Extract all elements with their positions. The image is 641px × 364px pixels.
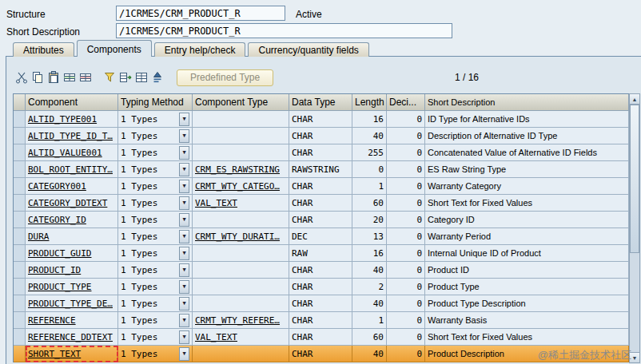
dropdown-icon[interactable]: ▼ — [179, 213, 189, 227]
row-selector[interactable] — [14, 279, 26, 295]
scrollbar-thumb[interactable] — [630, 105, 639, 253]
component-type-cell[interactable] — [193, 212, 289, 228]
dropdown-icon[interactable]: ▼ — [179, 314, 189, 327]
tab-entry-help-check[interactable]: Entry help/check — [154, 42, 246, 57]
component-cell[interactable]: BOL_ROOT_ENTITY… — [26, 161, 118, 178]
component-type-cell[interactable]: CRMT_WTY_CATEGO… — [193, 178, 289, 195]
typing-method-cell[interactable]: 1 Types▼ — [118, 245, 193, 262]
table-icon[interactable] — [133, 70, 149, 85]
row-selector[interactable] — [14, 228, 26, 245]
short-description-input[interactable] — [116, 23, 452, 38]
dropdown-icon[interactable]: ▼ — [179, 113, 189, 126]
dropdown-icon[interactable]: ▼ — [179, 330, 189, 344]
table-row[interactable]: BOL_ROOT_ENTITY…1 Types▼CRM_ES_RAWSTRING… — [14, 161, 629, 178]
row-selector[interactable] — [14, 312, 26, 329]
dropdown-icon[interactable]: ▼ — [179, 163, 189, 176]
scrollbar-track[interactable] — [630, 105, 639, 352]
typing-method-cell[interactable]: 1 Types▼ — [118, 178, 193, 195]
table-row[interactable]: PRODUCT_ID1 Types▼CHAR400Product ID — [14, 262, 629, 279]
component-name[interactable]: BOL_ROOT_ENTITY… — [28, 164, 113, 175]
row-selector[interactable] — [14, 295, 26, 312]
component-name[interactable]: REFERENCE — [28, 315, 76, 326]
typing-method-cell[interactable]: 1 Types▼ — [118, 346, 193, 362]
component-type-link[interactable]: CRMT_WTY_DURATI… — [195, 231, 280, 242]
component-cell[interactable]: SHORT_TEXT — [26, 346, 118, 362]
component-cell[interactable]: DURA — [26, 228, 118, 245]
component-name[interactable]: CATEGORY_ID — [28, 215, 86, 225]
table-expand-icon[interactable] — [117, 70, 133, 85]
component-type-cell[interactable]: CRMT_WTY_REFERE… — [193, 312, 289, 329]
paste-icon[interactable] — [46, 70, 61, 85]
row-selector[interactable] — [14, 212, 26, 228]
component-type-cell[interactable] — [193, 346, 289, 362]
scroll-up-icon[interactable]: ▲ — [630, 94, 639, 105]
dropdown-icon[interactable]: ▼ — [179, 247, 189, 260]
row-selector[interactable] — [14, 144, 26, 161]
table-row[interactable]: REFERENCE_DDTEXT1 Types▼VAL_TEXTCHAR600S… — [14, 329, 629, 346]
typing-method-cell[interactable]: 1 Types▼ — [118, 295, 193, 312]
row-selector[interactable] — [14, 161, 26, 178]
component-cell[interactable]: PRODUCT_ID — [26, 262, 118, 279]
component-name[interactable]: CATEGORY_DDTEXT — [28, 198, 107, 208]
component-cell[interactable]: REFERENCE_DDTEXT — [26, 329, 118, 346]
component-type-cell[interactable]: CRMT_WTY_DURATI… — [193, 228, 289, 245]
filter-icon[interactable] — [102, 70, 117, 85]
dropdown-icon[interactable]: ▼ — [179, 180, 189, 193]
vertical-scrollbar[interactable]: ▲ ▼ — [629, 93, 640, 363]
predefined-type-button[interactable]: Predefined Type — [177, 69, 273, 86]
component-cell[interactable]: ALTID_VALUE001 — [26, 144, 118, 161]
row-selector[interactable] — [14, 111, 26, 128]
component-name[interactable]: PRODUCT_GUID — [28, 248, 91, 259]
typing-method-cell[interactable]: 1 Types▼ — [118, 195, 193, 212]
component-name[interactable]: SHORT_TEXT — [28, 349, 81, 359]
row-selector[interactable] — [14, 346, 26, 362]
component-type-link[interactable]: CRM_ES_RAWSTRING — [195, 164, 280, 175]
component-type-cell[interactable] — [193, 144, 289, 161]
column-header[interactable]: Deci... — [387, 94, 425, 111]
component-name[interactable]: PRODUCT_TYPE_DE… — [28, 299, 113, 309]
sort-ascending-icon[interactable] — [149, 70, 165, 85]
component-type-cell[interactable] — [193, 111, 289, 128]
table-row[interactable]: ALTID_TYPE0011 Types▼CHAR160ID Type for … — [14, 111, 629, 128]
tab-currency-quantity-fields[interactable]: Currency/quantity fields — [248, 42, 368, 57]
component-type-link[interactable]: VAL_TEXT — [195, 332, 237, 342]
table-row[interactable]: DURA1 Types▼CRMT_WTY_DURATI…DEC130Warran… — [14, 228, 629, 245]
component-name[interactable]: REFERENCE_DDTEXT — [28, 332, 113, 342]
dropdown-icon[interactable]: ▼ — [179, 196, 189, 210]
delete-row-icon[interactable] — [78, 70, 93, 85]
copy-icon[interactable] — [30, 70, 45, 85]
dropdown-icon[interactable]: ▼ — [179, 230, 189, 243]
dropdown-icon[interactable]: ▼ — [179, 129, 189, 143]
component-type-link[interactable]: CRMT_WTY_REFERE… — [195, 315, 280, 326]
component-name[interactable]: PRODUCT_TYPE — [28, 282, 91, 292]
column-header[interactable]: Component — [26, 94, 118, 111]
component-type-cell[interactable]: VAL_TEXT — [193, 329, 289, 346]
row-selector[interactable] — [14, 128, 26, 144]
component-type-cell[interactable] — [193, 128, 289, 144]
row-selector[interactable] — [14, 178, 26, 195]
component-type-cell[interactable] — [193, 279, 289, 295]
component-type-cell[interactable] — [193, 295, 289, 312]
dropdown-icon[interactable]: ▼ — [179, 297, 189, 311]
component-cell[interactable]: CATEGORY001 — [26, 178, 118, 195]
table-row[interactable]: CATEGORY_ID1 Types▼CHAR200Category ID — [14, 212, 629, 228]
typing-method-cell[interactable]: 1 Types▼ — [118, 128, 193, 144]
component-cell[interactable]: ALTID_TYPE001 — [26, 111, 118, 128]
table-row[interactable]: SHORT_TEXT1 Types▼CHAR400Product Descrip… — [14, 346, 629, 362]
component-type-cell[interactable]: VAL_TEXT — [193, 195, 289, 212]
component-name[interactable]: ALTID_TYPE001 — [28, 114, 97, 125]
column-header[interactable]: Data Type — [289, 94, 352, 111]
component-type-cell[interactable] — [193, 262, 289, 279]
typing-method-cell[interactable]: 1 Types▼ — [118, 161, 193, 178]
component-type-cell[interactable]: CRM_ES_RAWSTRING — [193, 161, 289, 178]
component-cell[interactable]: PRODUCT_TYPE — [26, 279, 118, 295]
component-type-cell[interactable] — [193, 245, 289, 262]
table-row[interactable]: CATEGORY_DDTEXT1 Types▼VAL_TEXTCHAR600Sh… — [14, 195, 629, 212]
component-cell[interactable]: CATEGORY_ID — [26, 212, 118, 228]
tab-attributes[interactable]: Attributes — [13, 42, 74, 57]
row-selector[interactable] — [14, 262, 26, 279]
tab-components[interactable]: Components — [77, 40, 152, 57]
row-selector[interactable] — [14, 195, 26, 212]
dropdown-icon[interactable]: ▼ — [179, 347, 189, 361]
dropdown-icon[interactable]: ▼ — [179, 280, 189, 294]
